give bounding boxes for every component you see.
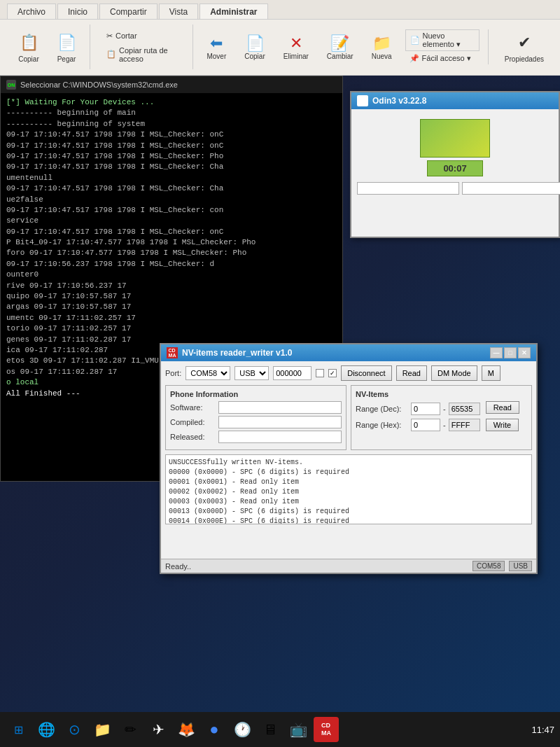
nv-range-hex-start[interactable] — [411, 419, 440, 431]
tab-administrar[interactable]: Administrar — [200, 4, 267, 19]
nv-range-hex-end — [449, 419, 480, 431]
nv-window-controls: — □ ✕ — [490, 347, 531, 358]
cmd-titlebar: ON Seleccionar C:\WINDOWS\system32\cmd.e… — [1, 76, 342, 93]
taskbar-chrome-icon[interactable]: ● — [202, 717, 227, 742]
ribbon-group-actions: ⬅ Mover 📄 Copiar ✕ Eliminar 📝 Cambiar 📁 — [199, 31, 399, 64]
phone-info-section: Phone Information Software: Compiled: Re… — [165, 385, 346, 450]
taskbar-monitor-icon[interactable]: 🖥 — [258, 717, 283, 742]
nv-disconnect-button[interactable]: Disconnect — [341, 365, 391, 381]
nv-status-port: COM58 — [472, 561, 505, 571]
new-button[interactable]: 📁 Nueva — [364, 31, 400, 64]
odin-content: 00:07 — [351, 109, 559, 200]
nv-items-section: NV-Items Range (Dec): - Read Range (Hex)… — [351, 385, 532, 450]
cmd-line-1: [*] Waiting For Your Devices ... — [6, 97, 337, 108]
paste-button[interactable]: 📄 Pegar — [49, 28, 84, 67]
nv-usb-select[interactable]: USB — [234, 366, 269, 380]
nv-m-button[interactable]: M — [482, 365, 500, 381]
nv-sections: Phone Information Software: Compiled: Re… — [165, 385, 532, 450]
nv-range-hex-row: Range (Hex): - Write — [356, 419, 527, 431]
cmd-line-9: 09-17 17:10:47.517 1798 1798 I MSL_Check… — [6, 183, 337, 194]
cmd-line-15: foro 09-17 17:10:47.577 1798 1798 I MSL_… — [6, 248, 337, 258]
taskbar-ie-icon[interactable]: 🌐 — [34, 717, 59, 742]
nv-port-select[interactable]: COM58 — [186, 366, 230, 380]
delete-button[interactable]: ✕ Eliminar — [276, 31, 316, 64]
desktop: Archivo Inicio Compartir Vista Administr… — [0, 0, 560, 747]
phone-software-input[interactable] — [218, 401, 342, 414]
nv-range-hex-sep: - — [443, 421, 446, 429]
copy-path-button[interactable]: 📋 Copiar ruta de acceso — [102, 44, 187, 65]
nv-output-line-6: 00013 (0x000D) - SPC (6 digits) is requi… — [169, 507, 528, 517]
phone-compiled-input[interactable] — [218, 416, 342, 428]
phone-info-title: Phone Information — [170, 390, 342, 398]
cmd-line-20: argas 09-17 17:10:57.587 17 — [6, 302, 337, 312]
cmd-line-8: umentenull — [6, 173, 337, 183]
taskbar-firefox-icon[interactable]: 🦊 — [174, 717, 199, 742]
tab-vista[interactable]: Vista — [159, 4, 198, 19]
taskbar-edge-icon[interactable]: ⊙ — [62, 717, 87, 742]
nv-top-controls: Port: COM58 USB ✓ Disconnect Read DM Mod… — [165, 365, 532, 381]
new-element-button[interactable]: 📄 Nuevo elemento ▾ — [405, 29, 479, 51]
rename-button[interactable]: 📝 Cambiar — [319, 31, 361, 64]
ribbon-group-properties: ✔ Propiedades — [494, 28, 554, 67]
nv-dm-mode-button[interactable]: DM Mode — [431, 365, 477, 381]
nv-write-button[interactable]: Write — [486, 419, 519, 431]
nv-range-dec-row: Range (Dec): - Read — [356, 401, 527, 416]
odin-titlebar: Odin3 v3.22.8 — [351, 92, 559, 109]
quick-access-button[interactable]: 📌 Fácil acceso ▾ — [405, 53, 475, 64]
tab-inicio[interactable]: Inicio — [57, 4, 98, 19]
odin-timer: 00:07 — [427, 160, 483, 176]
cut-button[interactable]: ✂ Cortar — [102, 29, 187, 43]
nv-body: Port: COM58 USB ✓ Disconnect Read DM Mod… — [161, 361, 536, 529]
nv-items-title: NV-Items — [356, 390, 527, 398]
cmd-line-7: 09-17 17:10:47.517 1798 1798 I MSL_Check… — [6, 162, 337, 172]
nv-minimize-button[interactable]: — — [490, 347, 503, 358]
nv-range-hex-label: Range (Hex): — [356, 421, 408, 429]
cmd-title-text: Seleccionar C:\WINDOWS\system32\cmd.exe — [20, 81, 178, 89]
odin-input-1[interactable] — [357, 182, 459, 195]
nv-restore-button[interactable]: □ — [504, 347, 517, 358]
nv-checkbox-1[interactable] — [316, 369, 324, 377]
cmd-line-22: torio 09-17 17:11:02.257 17 — [6, 323, 337, 334]
nv-output-line-4: 00002 (0x0002) - Read only item — [169, 487, 528, 497]
phone-released-input[interactable] — [218, 431, 342, 443]
taskbar-plane-icon[interactable]: ✈ — [146, 717, 171, 742]
taskbar-tv-icon[interactable]: 📺 — [286, 717, 311, 742]
tab-compartir[interactable]: Compartir — [99, 4, 158, 19]
nv-checkbox-2[interactable]: ✓ — [328, 369, 337, 377]
properties-button[interactable]: ✔ Propiedades — [498, 28, 550, 67]
nv-number-input[interactable] — [273, 366, 312, 380]
cmd-line-17: ounter0 — [6, 270, 337, 280]
ribbon-group-clipboard: 📋 Copiar 📄 Pegar — [6, 25, 90, 69]
toolbar-ribbon: 📋 Copiar 📄 Pegar ✂ Cortar 📋 Cop — [0, 20, 560, 74]
nv-output-area[interactable]: UNSUCCESSfully written NV-items. 00000 (… — [165, 454, 532, 524]
move-button[interactable]: ⬅ Mover — [199, 31, 234, 64]
cmd-window-icon: ON — [6, 80, 16, 90]
cmd-line-2: ---------- beginning of main — [6, 108, 337, 118]
nv-status-right: COM58 USB — [472, 561, 532, 571]
cmd-line-11: 09-17 17:10:47.517 1798 1798 I MSL_Check… — [6, 205, 337, 216]
odin-icon — [357, 95, 368, 106]
nv-statusbar: Ready.. COM58 USB — [161, 559, 536, 573]
odin-input-2[interactable] — [462, 182, 560, 195]
taskbar-folder-icon[interactable]: 📁 — [90, 717, 115, 742]
cmd-line-13: 09-17 17:10:47.517 1798 1798 I MSL_Check… — [6, 227, 337, 237]
ribbon-group-cut: ✂ Cortar 📋 Copiar ruta de acceso — [96, 25, 193, 69]
quick-access-icon: 📌 — [410, 54, 419, 63]
cmd-line-16: 09-17 17:10:56.237 1798 1798 I MSL_Check… — [6, 259, 337, 270]
nv-read-button[interactable]: Read — [486, 401, 519, 414]
taskbar-cdma-icon[interactable]: CDMA — [314, 717, 339, 742]
taskbar-start-icon[interactable]: ⊞ — [6, 717, 31, 742]
nv-title-text: NV-items reader_writer v1.0 — [182, 348, 292, 358]
nv-title-icon: CDMA — [167, 347, 178, 358]
nv-read-top-button[interactable]: Read — [396, 365, 427, 381]
copy-btn[interactable]: 📄 Copiar — [237, 31, 272, 64]
copy-button[interactable]: 📋 Copiar — [11, 28, 46, 67]
nv-port-label: Port: — [165, 369, 181, 377]
nv-close-button[interactable]: ✕ — [518, 347, 531, 358]
nv-output-line-5: 00003 (0x0003) - Read only item — [169, 497, 528, 507]
taskbar-clock-icon[interactable]: 🕐 — [230, 717, 255, 742]
nv-output-line-7: 00014 (0x000E) - SPC (6 digits) is requi… — [169, 517, 528, 524]
tab-archivo[interactable]: Archivo — [7, 4, 56, 19]
nv-range-dec-start[interactable] — [411, 403, 440, 415]
taskbar-pen-icon[interactable]: ✏ — [118, 717, 143, 742]
